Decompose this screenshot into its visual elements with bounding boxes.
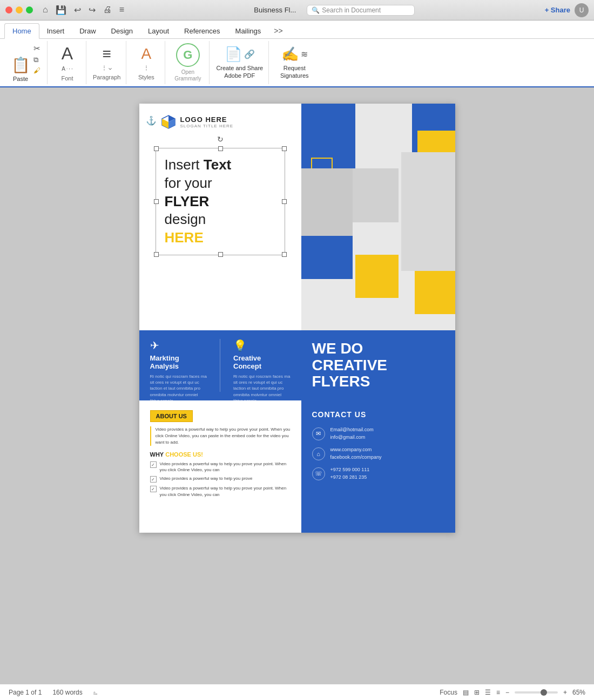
zoom-thumb[interactable] [541,689,547,696]
font-icon[interactable]: A [62,44,73,64]
ribbon-tabs: Home Insert Draw Design Layout Reference… [0,21,594,39]
contact-web: ⌂ www.company.com facebook.com/company [312,446,444,461]
handle-tm[interactable] [218,146,223,151]
format-painter-icon[interactable]: 🖌 [33,66,40,74]
adobe-button[interactable]: 📄 🔗 Create and ShareAdobe PDF [216,46,263,79]
rotate-icon: ↻ [150,135,291,144]
checkbox-1[interactable]: ✓ [150,461,157,468]
zoom-level: 65% [572,689,585,696]
tab-home[interactable]: Home [4,23,39,39]
web-icon: ⌂ [312,447,325,460]
scissors-icon[interactable]: ✂ [33,44,40,53]
handle-mr[interactable] [282,199,287,204]
flyer-top: ⚓ LOGO HERE SLOGAN TITLE HERE ↻ [139,104,455,330]
redo-icon[interactable]: ↪ [89,5,96,15]
zoom-slider[interactable] [515,691,558,694]
nav-icons[interactable]: ⌂ 💾 ↩ ↪ 🖨 ≡ [43,5,124,15]
creative-icon: 💡 [233,339,291,352]
focus-button[interactable]: Focus [440,689,457,696]
tab-mailings[interactable]: Mailings [228,24,269,38]
search-icon: 🔍 [312,6,320,14]
spelling-icon[interactable]: ⎁ [93,689,97,696]
logo-cube-icon [161,114,176,130]
paragraph-group: ≡ ⋮⌵ Paragraph [87,41,126,84]
search-placeholder: Search in Document [322,6,381,14]
creative-title: Creative Concept [233,354,291,370]
checkbox-2[interactable]: ✓ [150,476,157,482]
grammarly-label: OpenGrammarly [174,69,201,82]
view-icon-4[interactable]: ≡ [496,689,500,696]
window-controls[interactable] [5,6,33,13]
home-icon[interactable]: ⌂ [43,5,48,15]
logo-area: LOGO HERE SLOGAN TITLE HERE [161,114,291,130]
minimize-button[interactable] [16,6,23,13]
about-us-badge: ABOUT US [150,410,193,422]
tab-layout[interactable]: Layout [140,24,177,38]
logo-text: LOGO HERE SLOGAN TITLE HERE [180,115,234,128]
flyer-middle-right: WE DOCREATIVEFLYERS [301,330,455,400]
signatures-button[interactable]: ✍ ≋ RequestSignatures [275,46,313,79]
close-button[interactable] [5,6,12,13]
avatar[interactable]: U [575,3,589,17]
handle-ml[interactable] [154,199,159,204]
view-icon-3[interactable]: ☰ [485,689,491,696]
styles-group: A ⋮ Styles [127,41,165,84]
handle-bm[interactable] [218,252,223,257]
text-box[interactable]: Insert Text for your FLYER design HERE [156,148,285,255]
adobe-group: 📄 🔗 Create and ShareAdobe PDF [211,41,269,84]
tab-design[interactable]: Design [104,24,140,38]
contact-web-text: www.company.com facebook.com/company [330,446,382,461]
paste-label: Paste [13,76,28,82]
color-block-gray-right2 [353,168,399,222]
logo-slogan: SLOGAN TITLE HERE [180,124,234,128]
save-icon[interactable]: 💾 [56,5,66,15]
we-do-text: WE DOCREATIVEFLYERS [312,341,388,390]
view-icon-2[interactable]: ⊞ [474,689,480,696]
zoom-out-icon[interactable]: − [505,689,509,696]
tab-draw[interactable]: Draw [72,24,103,38]
tab-references[interactable]: References [177,24,227,38]
titlebar-center: Buisness Fl... 🔍 Search in Document [129,5,541,16]
handle-tr[interactable] [282,146,287,151]
main-area: ⚓ LOGO HERE SLOGAN TITLE HERE ↻ [0,87,594,684]
signatures-label: RequestSignatures [280,65,309,79]
why-title: WHY CHOOSE US! [150,451,291,458]
about-text: Video provides a powerful way to help yo… [150,426,291,446]
share-button[interactable]: + Share [545,6,570,14]
checkbox-item-1: ✓ Video provides a powerful way to help … [150,461,291,473]
contact-email-text: Email@hotmail.com info@gmail.com [330,426,374,441]
paste-button[interactable]: 📋 Paste [11,55,30,82]
paste-icon: 📋 [11,55,30,74]
flyer-top-right [301,104,455,330]
word-count: 160 words [52,689,82,696]
grammarly-button[interactable]: G OpenGrammarly [174,43,201,82]
print-icon[interactable]: 🖨 [103,5,112,15]
contact-title: CONTACT US [312,410,444,419]
copy-icon[interactable]: ⧉ [33,56,40,64]
tab-insert[interactable]: Insert [39,24,72,38]
grammarly-group: G OpenGrammarly [166,41,210,84]
handle-bl[interactable] [154,252,159,257]
search-bar[interactable]: 🔍 Search in Document [307,5,415,16]
handle-br[interactable] [282,252,287,257]
handle-tl[interactable] [154,146,159,151]
styles-icon[interactable]: A [141,45,152,63]
paragraph-icon[interactable]: ≡ [103,45,111,63]
view-icon-1[interactable]: ▤ [463,689,469,696]
adobe-icon: 📄 🔗 [225,46,255,63]
titlebar-right: + Share U [545,3,589,17]
checkbox-3[interactable]: ✓ [150,486,157,492]
maximize-button[interactable] [26,6,33,13]
page-info: Page 1 of 1 [9,689,42,696]
creative-text: Ri notic qui roscram faces ma sit ores r… [233,373,291,404]
marketing-icon: ✈ [150,339,207,352]
marketing-text: Ri notic qui roscram faces ma sit ores r… [150,373,207,404]
zoom-plus-icon[interactable]: + [563,689,567,696]
more-icon[interactable]: ≡ [119,5,124,15]
checkbox-text-2: Video provides a powerful way to help yo… [160,475,253,481]
flyer-middle: ✈ Markting Analysis Ri notic qui roscram… [139,330,455,400]
checkbox-item-2: ✓ Video provides a powerful way to help … [150,475,291,482]
email-icon: ✉ [312,427,325,440]
undo-icon[interactable]: ↩ [74,5,81,15]
tab-more[interactable]: >> [268,23,288,38]
